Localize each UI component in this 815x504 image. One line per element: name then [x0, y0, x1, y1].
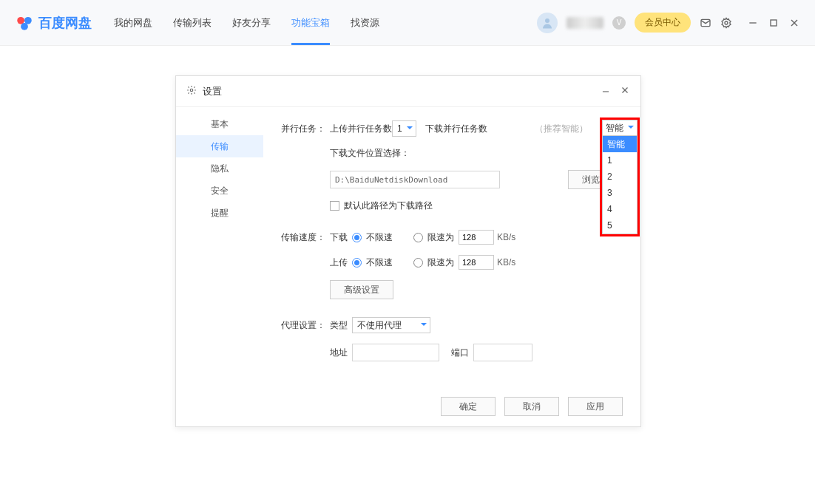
default-path-row: 默认此路径为下载路径: [281, 200, 623, 212]
ul-unit: KB/s: [497, 257, 515, 268]
advanced-row: 高级设置: [281, 280, 623, 299]
proxy-addr-label: 地址: [330, 347, 352, 359]
sidebar-item-privacy[interactable]: 隐私: [176, 157, 263, 180]
app-logo: 百度网盘: [15, 13, 92, 33]
ul-unlimited-radio[interactable]: [352, 258, 362, 268]
dropdown-option-2[interactable]: 2: [603, 168, 637, 185]
ul-limit-radio[interactable]: [413, 258, 423, 268]
speed-upload-sublabel: 上传: [330, 256, 352, 269]
sidebar-item-basic[interactable]: 基本: [176, 113, 263, 135]
proxy-type-select[interactable]: 不使用代理: [352, 317, 430, 333]
svg-point-1: [24, 16, 32, 24]
download-path-label: 下载文件位置选择：: [330, 147, 410, 160]
dialog-footer: 确定 取消 应用: [441, 397, 623, 416]
chevron-down-icon: [421, 323, 427, 329]
download-parallel-select[interactable]: 智能: [602, 120, 638, 136]
sidebar-item-transfer[interactable]: 传输: [176, 135, 263, 157]
proxy-label: 代理设置：: [281, 319, 330, 332]
nav-my-disk[interactable]: 我的网盘: [114, 12, 152, 34]
dialog-close-icon[interactable]: [620, 85, 630, 98]
dl-limit-label: 限速为: [427, 231, 454, 244]
chevron-down-icon: [407, 126, 413, 132]
nav-toolbox[interactable]: 功能宝箱: [291, 12, 330, 34]
upload-parallel-select[interactable]: 1: [392, 120, 416, 137]
proxy-type-row: 代理设置： 类型 不使用代理: [281, 317, 623, 333]
proxy-addr-row: 地址 端口: [281, 344, 623, 361]
ul-unlimited-label: 不限速: [366, 256, 393, 269]
svg-point-2: [21, 23, 28, 30]
advanced-settings-button[interactable]: 高级设置: [330, 280, 393, 299]
dropdown-option-3[interactable]: 3: [603, 185, 637, 201]
download-parallel-dropdown-highlight: 智能 智能 1 2 3 4 5: [600, 118, 640, 236]
maximize-icon[interactable]: [768, 17, 780, 29]
dl-limit-input[interactable]: [459, 230, 494, 245]
nav-resources[interactable]: 找资源: [351, 12, 379, 34]
gear-icon: [186, 85, 197, 98]
close-icon[interactable]: [788, 17, 800, 29]
user-icon: [541, 16, 554, 30]
svg-point-0: [17, 16, 24, 24]
sidebar-item-reminder[interactable]: 提醒: [176, 202, 263, 224]
ul-limit-input[interactable]: [459, 255, 494, 270]
download-path-label-row: 下载文件位置选择：: [281, 147, 623, 160]
cancel-button[interactable]: 取消: [504, 397, 559, 416]
dialog-titlebar: 设置: [176, 76, 640, 107]
settings-sidebar: 基本 传输 隐私 安全 提醒: [176, 107, 263, 426]
default-path-label: 默认此路径为下载路径: [344, 200, 433, 212]
settings-dialog: 设置 基本 传输 隐私 安全 提醒 并行任务： 上传并行任务数 1 下载并行任务…: [175, 75, 641, 427]
proxy-type-value: 不使用代理: [357, 319, 402, 332]
settings-panel: 并行任务： 上传并行任务数 1 下载并行任务数 （推荐智能） 智能 智能 1: [263, 107, 640, 426]
username-redacted: [567, 17, 603, 29]
download-parallel-options: 智能 1 2 3 4 5: [602, 136, 638, 234]
mail-icon[interactable]: [700, 17, 711, 29]
proxy-port-input[interactable]: [473, 344, 532, 361]
topbar-right: V 会员中心: [537, 13, 800, 33]
app-topbar: 百度网盘 我的网盘 传输列表 好友分享 功能宝箱 找资源 V 会员中心: [0, 0, 815, 46]
dropdown-option-smart[interactable]: 智能: [603, 136, 637, 152]
upload-parallel-label: 上传并行任务数: [330, 123, 392, 135]
app-name: 百度网盘: [38, 14, 92, 32]
speed-download-row: 传输速度： 下载 不限速 限速为 KB/s: [281, 230, 623, 245]
dialog-minimize-icon[interactable]: [601, 86, 611, 99]
ok-button[interactable]: 确定: [441, 397, 496, 416]
dropdown-option-1[interactable]: 1: [603, 152, 637, 168]
dropdown-option-4[interactable]: 4: [603, 201, 637, 217]
dl-limit-radio[interactable]: [413, 233, 423, 242]
dl-unlimited-radio[interactable]: [352, 233, 362, 242]
dropdown-option-5[interactable]: 5: [603, 217, 637, 234]
proxy-type-label: 类型: [330, 319, 352, 332]
dl-unit: KB/s: [497, 232, 515, 242]
vip-badge-icon: V: [612, 16, 626, 30]
upload-parallel-value: 1: [397, 123, 402, 134]
sidebar-item-security[interactable]: 安全: [176, 180, 263, 202]
member-center-button[interactable]: 会员中心: [635, 13, 691, 33]
speed-upload-row: 上传 不限速 限速为 KB/s: [281, 255, 623, 270]
chevron-down-icon: [628, 126, 634, 132]
window-controls: [747, 17, 800, 29]
avatar[interactable]: [537, 13, 558, 33]
speed-label: 传输速度：: [281, 231, 330, 244]
dialog-title: 设置: [203, 85, 222, 98]
parallel-label: 并行任务：: [281, 123, 330, 135]
parallel-tasks-row: 并行任务： 上传并行任务数 1 下载并行任务数 （推荐智能）: [281, 120, 623, 137]
proxy-addr-input[interactable]: [352, 344, 439, 361]
svg-point-5: [725, 21, 728, 24]
parallel-hint: （推荐智能）: [535, 123, 588, 135]
svg-point-10: [190, 89, 193, 92]
apply-button[interactable]: 应用: [568, 397, 623, 416]
dl-unlimited-label: 不限速: [366, 231, 393, 244]
svg-rect-7: [771, 20, 777, 26]
main-nav: 我的网盘 传输列表 好友分享 功能宝箱 找资源: [114, 12, 379, 34]
nav-friend-share[interactable]: 好友分享: [232, 12, 271, 34]
download-parallel-label: 下载并行任务数: [425, 123, 487, 135]
proxy-port-label: 端口: [451, 347, 473, 359]
default-path-checkbox[interactable]: [330, 201, 339, 211]
minimize-icon[interactable]: [747, 17, 759, 29]
nav-transfer-list[interactable]: 传输列表: [173, 12, 212, 34]
download-parallel-value: 智能: [606, 122, 623, 134]
speed-download-sublabel: 下载: [330, 231, 352, 244]
download-path-input[interactable]: [330, 171, 500, 188]
gear-icon[interactable]: [720, 17, 732, 29]
cloud-logo-icon: [15, 13, 34, 33]
download-path-row: 浏览: [281, 170, 623, 189]
